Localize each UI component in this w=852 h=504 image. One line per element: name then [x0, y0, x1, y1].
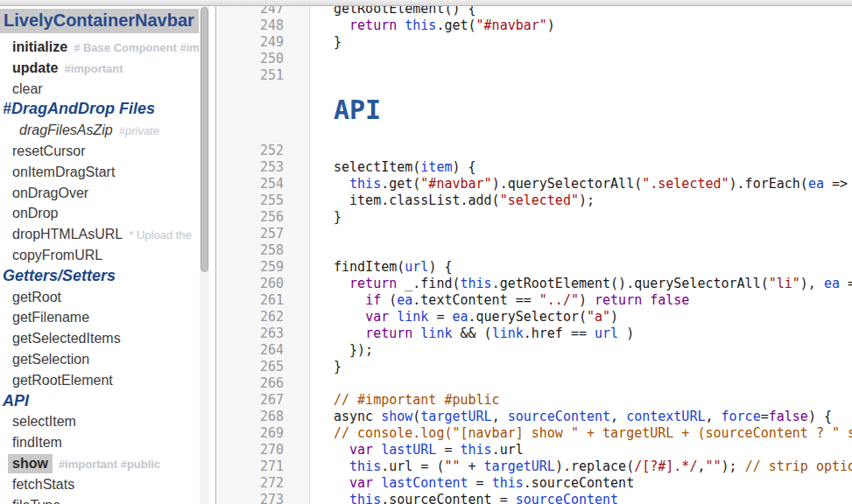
code-token: .sourceContent = — [381, 492, 516, 504]
code-token: contextURL — [626, 409, 705, 424]
code-row: 249} — [216, 34, 852, 51]
sidebar-scrollbar-track[interactable] — [200, 6, 209, 504]
line-number: 263 — [216, 326, 310, 342]
code-line[interactable]: } — [310, 359, 852, 375]
sidebar-item-selectItem[interactable]: selectItem — [0, 411, 199, 432]
sidebar-item-copyFromURL[interactable]: copyFromURL — [0, 245, 199, 266]
member-label: update — [12, 60, 58, 75]
code-line[interactable] — [310, 51, 852, 67]
code-token: ) — [547, 18, 555, 33]
sidebar-item-getRoot[interactable]: getRoot — [0, 287, 199, 308]
code-token: => — [840, 276, 852, 291]
code-token: this — [349, 492, 381, 504]
sidebar-item-findItem[interactable]: findItem — [0, 432, 199, 453]
section-heading-row: API — [216, 84, 852, 143]
sidebar-group-heading[interactable]: API — [0, 391, 199, 412]
code-token: var — [349, 475, 373, 491]
sidebar-item-getFilename[interactable]: getFilename — [0, 307, 199, 328]
code-line[interactable]: async show(targetURL, sourceContent, con… — [310, 409, 852, 425]
sidebar-item-onDragOver[interactable]: onDragOver — [0, 183, 199, 204]
code-line[interactable]: this.get("#navbar").querySelectorAll(".s… — [310, 176, 852, 192]
code-token: lastContent — [381, 475, 468, 491]
code-token — [334, 309, 365, 325]
code-token: ea — [452, 309, 468, 325]
sidebar-group-heading[interactable]: #DragAndDrop Files — [0, 99, 199, 120]
code-token — [334, 276, 349, 291]
sidebar-group-heading[interactable]: Getters/Setters — [0, 266, 199, 287]
sidebar-item-show[interactable]: show#important #public — [0, 453, 199, 474]
code-token: link — [397, 309, 428, 325]
code-line[interactable]: // #important #public — [310, 392, 852, 409]
code-line[interactable]: var lastURL = this.url — [310, 442, 852, 458]
code-token: .url — [492, 442, 524, 458]
code-token: ( — [381, 292, 397, 308]
code-line[interactable]: return this.get("#navbar") — [310, 18, 852, 34]
sidebar-scrollbar-thumb[interactable] — [201, 7, 208, 272]
sidebar-item-dragFilesAsZip[interactable]: dragFilesAsZip#private — [0, 120, 199, 141]
code-token — [373, 475, 381, 491]
code-line[interactable]: this.sourceContent = sourceContent — [310, 492, 852, 504]
sidebar-item-onDrop[interactable]: onDrop — [0, 203, 199, 224]
code-line[interactable]: selectItem(item) { — [310, 159, 852, 176]
code-line[interactable] — [310, 67, 852, 84]
sidebar-item-initialize[interactable]: initialize# Base Component #im — [0, 37, 199, 58]
code-token: show — [381, 409, 412, 424]
sidebar-item-getSelection[interactable]: getSelection — [0, 349, 199, 370]
code-line[interactable] — [310, 143, 852, 159]
code-line[interactable]: this.url = ("" + targetURL).replace(/[?#… — [310, 458, 852, 475]
line-number: 273 — [216, 492, 310, 504]
code-row: 270 var lastURL = this.url — [216, 442, 852, 458]
code-token: .querySelector( — [468, 309, 587, 325]
class-title[interactable]: LivelyContainerNavbar — [0, 9, 199, 33]
code-line[interactable]: var link = ea.querySelector("a") — [310, 309, 852, 326]
code-line[interactable]: }); — [310, 342, 852, 359]
sidebar-item-update[interactable]: update#important — [0, 58, 199, 79]
line-number: 267 — [216, 392, 310, 409]
line-number: 255 — [216, 192, 310, 209]
code-token — [334, 326, 365, 341]
code-token — [397, 18, 405, 33]
code-line[interactable]: var lastContent = this.sourceContent — [310, 475, 852, 492]
code-token: url — [405, 259, 428, 275]
code-token: = — [468, 475, 492, 491]
top-horizontal-scrollbar[interactable] — [0, 0, 852, 6]
code-line[interactable]: return link && (link.href == url ) — [310, 326, 852, 342]
section-heading[interactable]: API — [310, 84, 852, 143]
sidebar-item-onItemDragStart[interactable]: onItemDragStart — [0, 162, 199, 183]
sidebar-item-getRootElement[interactable]: getRootElement — [0, 370, 199, 391]
code-token: false — [769, 409, 808, 424]
sidebar-item-fetchStats[interactable]: fetchStats — [0, 474, 199, 495]
code-token: ), — [800, 276, 824, 291]
code-line[interactable]: item.classList.add("selected"); — [310, 192, 852, 209]
code-token: link — [420, 326, 452, 341]
code-row: 260 return _.find(this.getRootElement().… — [216, 276, 852, 292]
code-line[interactable]: findItem(url) { — [310, 259, 852, 276]
code-token: ).querySelectorAll( — [492, 176, 643, 192]
code-line[interactable] — [310, 242, 852, 259]
code-line[interactable] — [310, 375, 852, 392]
sidebar-item-getSelectedItems[interactable]: getSelectedItems — [0, 328, 199, 349]
code-line[interactable]: } — [310, 34, 852, 51]
member-label: fetchStats — [12, 477, 74, 492]
code-line[interactable]: if (ea.textContent == "../") return fals… — [310, 292, 852, 309]
code-token: ) — [610, 309, 618, 325]
code-token — [334, 492, 349, 504]
sidebar-item-resetCursor[interactable]: resetCursor — [0, 141, 199, 162]
member-annotation: * Upload the — [129, 228, 192, 242]
code-token: targetURL — [420, 409, 491, 424]
member-label: fileType — [12, 498, 60, 504]
code-editor[interactable]: 247getRootElement() {248 return this.get… — [215, 0, 852, 504]
code-line[interactable] — [310, 226, 852, 242]
code-row: 261 if (ea.textContent == "../") return … — [216, 292, 852, 309]
code-line[interactable]: } — [310, 209, 852, 226]
member-label: onDragOver — [12, 186, 88, 200]
sidebar-item-fileType[interactable]: fileType — [0, 495, 199, 504]
code-row: 258 — [216, 242, 852, 259]
code-line[interactable]: // console.log("[navbar] show " + target… — [310, 425, 852, 442]
code-token: .href == — [524, 326, 595, 341]
sidebar-item-clear[interactable]: clear — [0, 79, 199, 100]
sidebar-item-dropHTMLAsURL[interactable]: dropHTMLAsURL* Upload the — [0, 224, 199, 245]
code-line[interactable]: return _.find(this.getRootElement().quer… — [310, 276, 852, 292]
code-token: }); — [334, 342, 373, 358]
code-token: .get( — [381, 176, 420, 192]
